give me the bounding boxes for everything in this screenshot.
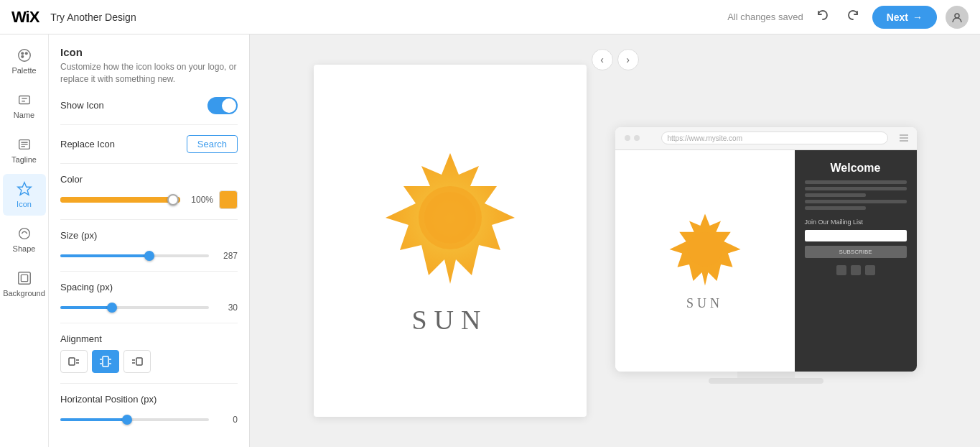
svg-point-29 (424, 192, 476, 244)
svg-rect-16 (69, 358, 75, 365)
icon-nav: Palette Name Tagline Icon (0, 34, 49, 447)
svg-marker-12 (17, 183, 30, 195)
spacing-slider-fill (60, 306, 112, 309)
sidebar-item-background[interactable]: Background (3, 263, 46, 305)
preview-logo-text: Sun (686, 296, 723, 311)
size-slider-row: 287 (60, 251, 238, 261)
hpos-label: Horizontal Position (px) (60, 394, 157, 405)
preview-subscribe-text: SUBSCRIBE (805, 246, 907, 258)
content-line-1 (805, 180, 907, 184)
main-layout: Palette Name Tagline Icon (0, 34, 980, 447)
svg-point-3 (25, 52, 27, 55)
svg-point-36 (687, 232, 722, 267)
color-opacity-value: 100% (186, 195, 213, 205)
size-slider-fill (60, 254, 149, 257)
color-swatch[interactable] (219, 190, 238, 209)
wix-logo: WiX (11, 8, 39, 27)
divider-3 (60, 219, 238, 220)
undo-button[interactable] (812, 6, 834, 28)
browser-menu-icon (898, 132, 910, 144)
hpos-slider-row: 0 (60, 415, 238, 425)
save-status: All changes saved (727, 11, 803, 22)
content-line-2 (805, 187, 907, 190)
size-row-header: Size (px) (60, 230, 238, 241)
user-avatar[interactable] (946, 6, 969, 29)
browser-controls-icon (622, 133, 651, 143)
svg-point-2 (21, 52, 23, 55)
hpos-slider-thumb[interactable] (122, 415, 132, 425)
divider-4 (60, 271, 238, 272)
content-line-3 (805, 193, 866, 197)
show-icon-label: Show Icon (60, 100, 104, 111)
svg-rect-15 (21, 275, 27, 281)
spacing-value: 30 (215, 303, 238, 313)
align-right-button[interactable] (123, 350, 151, 373)
sidebar-item-tagline[interactable]: Tagline (3, 129, 46, 171)
next-button[interactable]: Next → (872, 6, 937, 29)
hpos-value: 0 (215, 415, 238, 425)
divider-6 (60, 383, 238, 384)
preview-facebook-icon (836, 265, 846, 275)
svg-point-4 (21, 55, 23, 57)
laptop-stand-base (709, 378, 823, 384)
color-slider-fill (60, 197, 180, 203)
align-left-button[interactable] (60, 350, 88, 373)
alignment-row (60, 350, 238, 373)
color-label: Color (60, 174, 238, 185)
sidebar-item-palette[interactable]: Palette (3, 40, 46, 82)
prev-design-button[interactable]: ‹ (592, 49, 613, 70)
divider-5 (60, 323, 238, 323)
show-icon-row: Show Icon (60, 97, 238, 114)
content-line-4 (805, 200, 907, 203)
size-slider-track[interactable] (60, 254, 209, 257)
sidebar-item-icon[interactable]: Icon (3, 174, 46, 216)
browser-url: https://www.mysite.com (661, 132, 888, 144)
color-slider-thumb[interactable] (167, 194, 179, 206)
sidebar-item-name[interactable]: Name (3, 85, 46, 126)
divider-1 (60, 124, 238, 125)
logo-card: Sun (314, 65, 587, 417)
sidebar-item-shape[interactable]: Shape (3, 218, 46, 260)
preview-email-input (805, 230, 907, 241)
spacing-slider-row: 30 (60, 303, 238, 313)
preview-body: Sun Welcome Join Our Mailing List (615, 150, 917, 372)
spacing-slider-thumb[interactable] (107, 303, 117, 313)
next-design-button[interactable]: › (617, 49, 639, 70)
spacing-slider-track[interactable] (60, 306, 209, 309)
preview-left: Sun (615, 150, 795, 372)
try-another-link[interactable]: Try Another Design (50, 11, 136, 23)
spacing-label: Spacing (px) (60, 282, 113, 292)
size-slider-thumb[interactable] (144, 251, 154, 261)
svg-rect-5 (19, 96, 29, 104)
color-slider-track[interactable] (60, 197, 180, 203)
replace-icon-row: Replace Icon Search (60, 135, 238, 153)
align-center-button[interactable] (92, 350, 119, 373)
svg-point-1 (18, 50, 30, 62)
preview-container: https://www.mysite.com (615, 127, 917, 372)
topbar-right: All changes saved Next → (727, 6, 969, 29)
svg-point-13 (19, 229, 29, 239)
logo-text: Sun (411, 304, 487, 336)
panel-title: Icon (60, 46, 238, 58)
svg-point-30 (625, 135, 630, 141)
panel-subtitle: Customize how the icon looks on your log… (60, 61, 238, 86)
show-icon-toggle[interactable] (207, 97, 238, 114)
laptop-preview: https://www.mysite.com (615, 98, 917, 384)
preview-email-icon (865, 265, 875, 275)
hpos-slider-track[interactable] (60, 418, 209, 421)
preview-right: Welcome Join Our Mailing List SUBSCRIBE (795, 150, 917, 372)
redo-button[interactable] (842, 6, 864, 28)
canvas-area: ‹ › Sun (250, 34, 980, 447)
size-label: Size (px) (60, 230, 97, 241)
topbar: WiX Try Another Design All changes saved… (0, 0, 980, 34)
preview-sun-icon (666, 210, 745, 289)
color-row: 100% (60, 190, 238, 209)
sun-icon (378, 146, 522, 290)
hpos-slider-fill (60, 418, 127, 421)
search-icon-button[interactable]: Search (187, 135, 238, 153)
svg-rect-19 (103, 356, 108, 367)
svg-point-31 (634, 135, 640, 141)
alignment-label: Alignment (60, 333, 238, 344)
preview-twitter-icon (851, 265, 861, 275)
preview-content-lines (805, 180, 907, 210)
